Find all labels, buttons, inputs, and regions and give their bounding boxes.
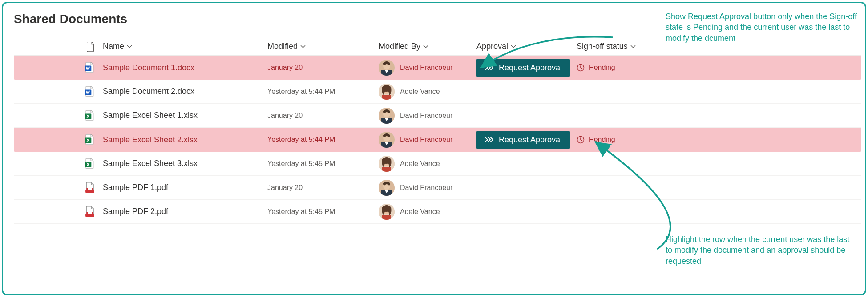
chevron-down-icon xyxy=(423,44,428,49)
file-name[interactable]: Sample Document 2.docx xyxy=(103,87,267,96)
column-header-type[interactable] xyxy=(54,42,103,52)
column-label: Modified By xyxy=(379,42,420,51)
button-label: Request Approval xyxy=(499,63,562,73)
pdf-file-icon xyxy=(85,182,95,194)
docx-file-icon xyxy=(85,61,95,74)
modified-by[interactable]: Adele Vance xyxy=(379,156,476,172)
file-name[interactable]: Sample Excel Sheet 1.xlsx xyxy=(103,111,267,120)
file-name[interactable]: Sample PDF 2.pdf xyxy=(103,207,267,216)
chevron-down-icon xyxy=(127,44,132,49)
file-name[interactable]: Sample Document 1.docx xyxy=(103,63,267,73)
table-row[interactable]: Sample Excel Sheet 2.xlsxYesterday at 5:… xyxy=(14,128,861,152)
table-row[interactable]: Sample Excel Sheet 1.xlsxJanuary 20 Davi… xyxy=(14,104,861,128)
signoff-status: Pending xyxy=(577,64,692,72)
user-name: David Francoeur xyxy=(400,136,452,144)
file-name[interactable]: Sample Excel Sheet 3.xlsx xyxy=(103,159,267,168)
modified-by[interactable]: David Francoeur xyxy=(379,132,476,148)
modified-by[interactable]: David Francoeur xyxy=(379,60,476,76)
chevron-down-icon xyxy=(630,44,636,49)
column-label: Sign-off status xyxy=(577,42,628,51)
avatar xyxy=(379,132,395,148)
clock-icon xyxy=(577,136,585,144)
annotation-bottom: Highlight the row when the current user … xyxy=(666,234,857,267)
table-row[interactable]: Sample Document 1.docxJanuary 20 David F… xyxy=(14,56,861,80)
modified-date: Yesterday at 5:44 PM xyxy=(267,136,379,144)
column-label: Approval xyxy=(476,42,508,51)
xlsx-file-icon xyxy=(85,158,95,170)
modified-date: January 20 xyxy=(267,184,379,192)
modified-by[interactable]: Adele Vance xyxy=(379,84,476,100)
pdf-file-icon xyxy=(85,206,95,218)
avatar xyxy=(379,84,395,100)
signoff-status: Pending xyxy=(577,136,692,144)
request-approval-button[interactable]: Request Approval xyxy=(476,131,570,149)
flow-icon xyxy=(484,136,494,144)
button-label: Request Approval xyxy=(499,135,562,145)
avatar xyxy=(379,60,395,76)
chevron-down-icon xyxy=(511,44,516,49)
document-list: Name Modified Modified By Approval Sign-… xyxy=(14,38,861,224)
column-header-modified-by[interactable]: Modified By xyxy=(379,42,476,51)
table-row[interactable]: Sample Document 2.docxYesterday at 5:44 … xyxy=(14,80,861,104)
file-name[interactable]: Sample Excel Sheet 2.xlsx xyxy=(103,135,267,145)
flow-icon xyxy=(484,64,494,72)
modified-date: Yesterday at 5:44 PM xyxy=(267,88,379,96)
modified-date: January 20 xyxy=(267,64,379,72)
avatar xyxy=(379,156,395,172)
avatar xyxy=(379,204,395,220)
docx-file-icon xyxy=(85,85,95,98)
column-label: Name xyxy=(103,42,124,51)
table-row[interactable]: Sample PDF 2.pdfYesterday at 5:45 PM Ade… xyxy=(14,200,861,224)
modified-date: January 20 xyxy=(267,112,379,120)
column-label: Modified xyxy=(267,42,298,51)
table-row[interactable]: Sample PDF 1.pdfJanuary 20 David Francoe… xyxy=(14,176,861,200)
modified-date: Yesterday at 5:45 PM xyxy=(267,208,379,216)
modified-by[interactable]: David Francoeur xyxy=(379,180,476,196)
xlsx-file-icon xyxy=(85,109,95,122)
request-approval-button[interactable]: Request Approval xyxy=(476,59,570,77)
user-name: David Francoeur xyxy=(400,112,452,120)
table-row[interactable]: Sample Excel Sheet 3.xlsxYesterday at 5:… xyxy=(14,152,861,176)
user-name: David Francoeur xyxy=(400,184,452,192)
status-label: Pending xyxy=(589,136,615,144)
column-header-modified[interactable]: Modified xyxy=(267,42,379,51)
modified-by[interactable]: Adele Vance xyxy=(379,204,476,220)
xlsx-file-icon xyxy=(85,133,95,146)
annotation-top: Show Request Approval button only when t… xyxy=(666,11,857,44)
user-name: Adele Vance xyxy=(400,88,440,96)
avatar xyxy=(379,180,395,196)
file-icon xyxy=(87,42,95,52)
column-header-name[interactable]: Name xyxy=(103,42,267,51)
modified-by[interactable]: David Francoeur xyxy=(379,108,476,124)
avatar xyxy=(379,108,395,124)
column-header-approval[interactable]: Approval xyxy=(476,42,577,51)
status-label: Pending xyxy=(589,64,615,72)
user-name: David Francoeur xyxy=(400,64,452,72)
user-name: Adele Vance xyxy=(400,208,440,216)
clock-icon xyxy=(577,64,585,72)
modified-date: Yesterday at 5:45 PM xyxy=(267,160,379,168)
user-name: Adele Vance xyxy=(400,160,440,168)
chevron-down-icon xyxy=(300,44,306,49)
file-name[interactable]: Sample PDF 1.pdf xyxy=(103,183,267,192)
